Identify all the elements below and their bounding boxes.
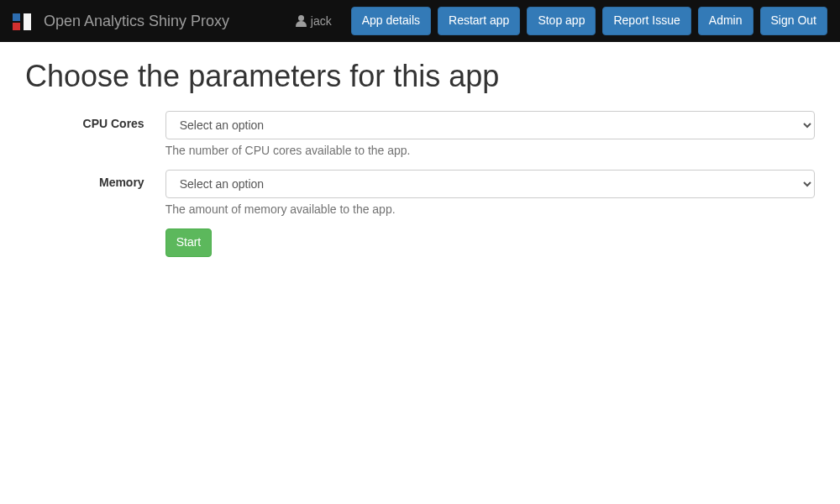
navbar-left: Open Analytics Shiny Proxy	[13, 12, 229, 30]
username: jack	[311, 14, 332, 28]
page-title: Choose the parameters for this app	[25, 59, 815, 94]
restart-app-button[interactable]: Restart app	[438, 7, 520, 35]
parameters-form: CPU Cores Select an option The number of…	[25, 111, 815, 257]
cpu-cores-select[interactable]: Select an option	[165, 111, 815, 139]
navbar-right: jack App details Restart app Stop app Re…	[296, 7, 827, 35]
memory-help: The amount of memory available to the ap…	[165, 202, 815, 216]
app-details-button[interactable]: App details	[351, 7, 431, 35]
main-container: Choose the parameters for this app CPU C…	[13, 59, 827, 257]
cpu-cores-group: CPU Cores Select an option The number of…	[25, 111, 815, 157]
report-issue-button[interactable]: Report Issue	[602, 7, 690, 35]
memory-select[interactable]: Select an option	[165, 170, 815, 198]
brand-link[interactable]: Open Analytics Shiny Proxy	[44, 13, 229, 30]
user-block: jack	[296, 14, 332, 28]
memory-group: Memory Select an option The amount of me…	[25, 170, 815, 216]
start-button[interactable]: Start	[165, 228, 213, 257]
memory-control: Select an option The amount of memory av…	[157, 170, 815, 216]
brand-logo-icon	[13, 12, 31, 30]
navbar: Open Analytics Shiny Proxy jack App deta…	[0, 0, 840, 42]
stop-app-button[interactable]: Stop app	[527, 7, 596, 35]
cpu-cores-help: The number of CPU cores available to the…	[165, 144, 815, 157]
submit-col: Start	[157, 228, 213, 257]
sign-out-button[interactable]: Sign Out	[760, 7, 827, 35]
user-icon	[296, 15, 307, 27]
cpu-cores-control: Select an option The number of CPU cores…	[157, 111, 815, 157]
memory-label: Memory	[25, 170, 157, 216]
submit-group: Start	[25, 228, 815, 257]
cpu-cores-label: CPU Cores	[25, 111, 157, 157]
admin-button[interactable]: Admin	[698, 7, 753, 35]
